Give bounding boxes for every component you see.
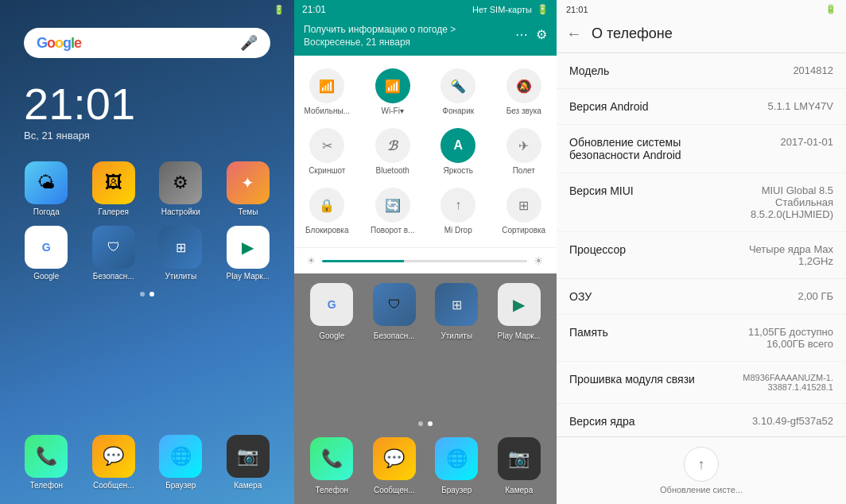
notif-camera-icon: 📷	[498, 437, 541, 480]
about-row-model[interactable]: Модель 2014812	[557, 53, 846, 89]
app-grid-row1: 🌤 Погода 🖼 Галерея ⚙ Настройки ✦ Темы	[0, 145, 294, 223]
storage-value: 11,05ГБ доступно 16,00ГБ всего	[701, 326, 833, 350]
sim-text: Нет SIM-карты	[472, 5, 532, 14]
settings-icon: ⚙	[159, 161, 202, 204]
app-browser[interactable]: 🌐 Браузер	[150, 435, 212, 490]
qs-brightness[interactable]: A Яркость	[425, 122, 491, 181]
notif-dock-browser[interactable]: 🌐 Браузер	[429, 437, 485, 494]
gear-icon[interactable]: ⚙	[536, 27, 547, 42]
notif-app-google[interactable]: G Google	[304, 283, 360, 410]
mic-icon[interactable]: 🎤	[240, 34, 258, 52]
qs-silent[interactable]: 🔕 Без звука	[491, 62, 557, 122]
notif-browser-label: Браузер	[441, 486, 472, 494]
notif-app-security[interactable]: 🛡 Безопасн...	[367, 283, 423, 410]
notif-dock-messages[interactable]: 💬 Сообщен...	[367, 437, 423, 494]
model-label: Модель	[569, 64, 701, 77]
weather-text[interactable]: Получить информацию о погоде >	[304, 24, 456, 35]
notif-dot-2	[428, 421, 433, 426]
app-utilities-label: Утилиты	[165, 272, 196, 281]
security-update-value: 2017-01-01	[713, 136, 833, 148]
app-themes[interactable]: ✦ Темы	[218, 161, 279, 216]
app-weather[interactable]: 🌤 Погода	[16, 161, 77, 216]
clock: 21:01	[24, 82, 270, 126]
about-row-ram[interactable]: ОЗУ 2,00 ГБ	[557, 279, 846, 315]
app-phone[interactable]: 📞 Телефон	[16, 435, 77, 490]
brightness-slider[interactable]	[322, 260, 527, 262]
notif-header: Получить информацию о погоде > Воскресен…	[294, 19, 557, 56]
qs-wifi[interactable]: 📶 Wi-Fi▾	[360, 62, 426, 122]
brightness-low-icon: ☀	[307, 255, 316, 266]
app-themes-label: Темы	[238, 207, 258, 216]
app-messages[interactable]: 💬 Сообщен...	[83, 435, 145, 490]
about-time: 21:01	[566, 5, 588, 14]
about-battery: 🔋	[825, 4, 836, 14]
notif-time: 21:01	[302, 4, 326, 15]
flashlight-icon: 🔦	[440, 68, 475, 103]
android-value: 5.1.1 LMY47V	[701, 100, 833, 112]
qs-screenshot[interactable]: ✂ Скриншот	[294, 122, 360, 181]
more-icon[interactable]: ⋯	[515, 27, 528, 42]
lock-icon: 🔒	[309, 188, 344, 223]
qs-rotate[interactable]: 🔄 Поворот в...	[360, 181, 426, 241]
notif-app-playstore[interactable]: ▶ Play Марк...	[491, 283, 548, 410]
update-label: Обновление систе...	[660, 485, 743, 494]
app-camera[interactable]: 📷 Камера	[218, 435, 279, 490]
about-status-icons: 🔋	[825, 4, 836, 14]
qs-airplane[interactable]: ✈ Полет	[491, 122, 557, 181]
about-row-cpu[interactable]: Процессор Четыре ядра Max 1,2GHz	[557, 232, 846, 279]
app-security[interactable]: 🛡 Безопасн...	[83, 226, 145, 281]
notif-dot-1	[418, 421, 423, 426]
about-row-kernel[interactable]: Версия ядра 3.10.49-gf537a52	[557, 404, 846, 436]
cpu-value: Четыре ядра Max 1,2GHz	[701, 243, 833, 267]
android-label: Версия Android	[569, 100, 701, 113]
notif-actions: ⋯ ⚙	[515, 27, 547, 42]
about-row-miui[interactable]: Версия MIUI MIUI Global 8.5 Стабильная 8…	[557, 173, 846, 232]
storage-label: Память	[569, 326, 701, 339]
app-messages-label: Сообщен...	[93, 481, 134, 490]
qs-bluetooth[interactable]: ℬ Bluetooth	[360, 122, 426, 181]
app-google-label: Google	[33, 272, 59, 281]
app-browser-label: Браузер	[165, 481, 196, 490]
midrop-icon: ↑	[440, 188, 475, 223]
utilities-icon: ⊞	[159, 226, 202, 269]
app-settings-label: Настройки	[161, 207, 200, 216]
about-row-modem[interactable]: Прошивка модуля связи M8936FAAAANUZM-1. …	[557, 362, 846, 404]
app-playstore[interactable]: ▶ Play Марк...	[218, 226, 279, 281]
qs-lock[interactable]: 🔒 Блокировка	[294, 181, 360, 241]
google-search-bar[interactable]: Google 🎤	[24, 28, 270, 58]
brightness-row[interactable]: ☀ ☀	[294, 247, 557, 273]
phone-icon: 📞	[25, 435, 68, 478]
about-row-storage[interactable]: Память 11,05ГБ доступно 16,00ГБ всего	[557, 315, 846, 362]
app-gallery[interactable]: 🖼 Галерея	[83, 161, 145, 216]
qs-mobile[interactable]: 📶 Мобильны...	[294, 62, 360, 122]
modem-value: M8936FAAAANUZM-1. 33887.1.41528.1	[701, 373, 833, 392]
back-button[interactable]: ←	[566, 25, 582, 43]
app-phone-label: Телефон	[30, 481, 63, 490]
notif-phone-icon: 📞	[310, 437, 353, 480]
notif-dock-camera[interactable]: 📷 Камера	[491, 437, 548, 494]
notif-security-label: Безопасн...	[374, 331, 415, 340]
kernel-value: 3.10.49-gf537a52	[701, 415, 833, 427]
qs-airplane-label: Полет	[513, 166, 535, 175]
battery-icon-home: 🔋	[274, 5, 285, 15]
notif-camera-label: Камера	[505, 486, 533, 494]
notif-dock-phone[interactable]: 📞 Телефон	[304, 437, 360, 494]
notif-playstore-label: Play Марк...	[497, 331, 541, 340]
about-row-android[interactable]: Версия Android 5.1.1 LMY47V	[557, 89, 846, 125]
about-title: О телефоне	[592, 25, 673, 42]
app-google[interactable]: G Google	[16, 226, 77, 281]
notif-app-utilities[interactable]: ⊞ Утилиты	[429, 283, 485, 410]
app-utilities[interactable]: ⊞ Утилиты	[150, 226, 212, 281]
gallery-icon: 🖼	[92, 161, 135, 204]
app-settings[interactable]: ⚙ Настройки	[150, 161, 212, 216]
brightness-icon: A	[440, 128, 475, 163]
playstore-icon: ▶	[227, 226, 270, 269]
qs-midrop[interactable]: ↑ Mi Drop	[425, 181, 491, 241]
weather-icon: 🌤	[25, 161, 68, 204]
qs-sort[interactable]: ⊞ Сортировка	[491, 181, 557, 241]
qs-flashlight[interactable]: 🔦 Фонарик	[425, 62, 491, 122]
update-button[interactable]: ↑	[684, 447, 719, 482]
dot-1	[140, 292, 145, 297]
about-row-security[interactable]: Обновление системы безопасности Android …	[557, 125, 846, 173]
home-status-bar: 🔋	[0, 0, 294, 20]
